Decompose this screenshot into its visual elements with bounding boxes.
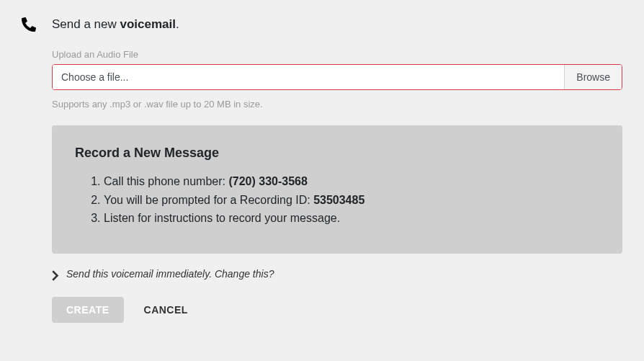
title-suffix: . xyxy=(176,17,179,31)
card-header: Send a new voicemail. xyxy=(22,17,622,32)
record-box: Record a New Message Call this phone num… xyxy=(52,125,622,254)
upload-help-text: Supports any .mp3 or .wav file up to 20 … xyxy=(52,99,622,110)
browse-button[interactable]: Browse xyxy=(564,65,622,89)
upload-label: Upload an Audio File xyxy=(52,49,622,60)
schedule-toggle[interactable]: Send this voicemail immediately. Change … xyxy=(52,268,622,280)
chevron-right-icon xyxy=(52,270,59,277)
record-step-3: Listen for instructions to record your m… xyxy=(104,209,599,228)
file-input-group[interactable]: Choose a file... Browse xyxy=(52,64,622,90)
step1-text: Call this phone number: xyxy=(104,175,228,187)
step2-id: 53503485 xyxy=(313,194,365,206)
title-bold: voicemail xyxy=(120,17,176,31)
record-title: Record a New Message xyxy=(75,146,599,161)
cancel-button[interactable]: CANCEL xyxy=(144,304,188,316)
step2-text: You will be prompted for a Recording ID: xyxy=(104,194,313,206)
title-prefix: Send a new xyxy=(52,17,120,31)
button-row: CREATE CANCEL xyxy=(52,297,622,323)
file-input[interactable]: Choose a file... xyxy=(53,65,564,89)
voicemail-card: Send a new voicemail. Upload an Audio Fi… xyxy=(0,0,644,361)
form-section: Upload an Audio File Choose a file... Br… xyxy=(52,49,622,323)
record-step-1: Call this phone number: (720) 330-3568 xyxy=(104,172,599,191)
page-title: Send a new voicemail. xyxy=(52,17,179,32)
record-step-2: You will be prompted for a Recording ID:… xyxy=(104,191,599,210)
schedule-text: Send this voicemail immediately. Change … xyxy=(66,268,274,280)
record-steps-list: Call this phone number: (720) 330-3568 Y… xyxy=(75,172,599,228)
step1-phone: (720) 330-3568 xyxy=(228,175,307,187)
create-button[interactable]: CREATE xyxy=(52,297,124,323)
phone-icon xyxy=(22,17,36,32)
